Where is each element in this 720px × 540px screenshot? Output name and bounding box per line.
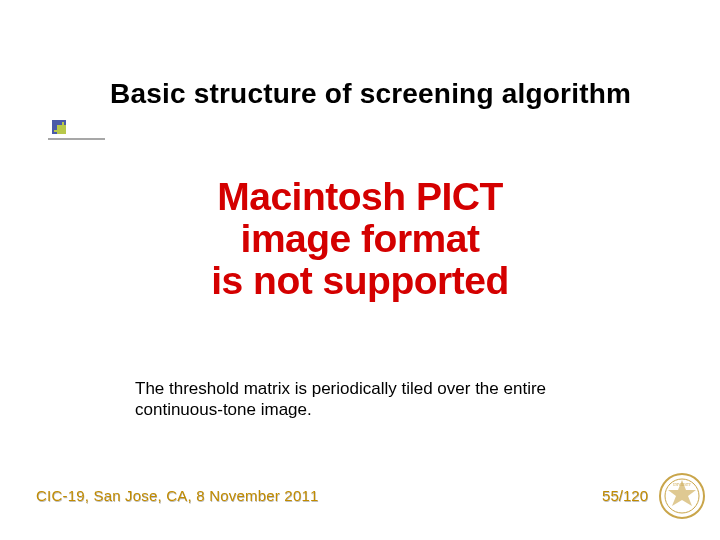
title-underline [48,138,105,140]
slide-title: Basic structure of screening algorithm [110,78,700,110]
pict-line-1: Macintosh PICT [0,176,720,218]
title-area: Basic structure of screening algorithm [110,78,700,110]
caption-text: The threshold matrix is periodically til… [135,378,555,421]
svg-rect-3 [57,125,66,134]
pict-error-message: Macintosh PICT image format is not suppo… [0,176,720,302]
slide: Basic structure of screening algorithm M… [0,0,720,540]
footer-page-number: 55/120 [602,487,648,504]
svg-text:UNIVERSITY: UNIVERSITY [673,483,692,487]
pict-line-2: image format [0,218,720,260]
footer-venue: CIC-19, San Jose, CA, 8 November 2011 [36,487,319,504]
purdue-seal-icon: UNIVERSITY [658,472,706,520]
pict-line-3: is not supported [0,260,720,302]
bullet-square-icon [52,120,66,134]
